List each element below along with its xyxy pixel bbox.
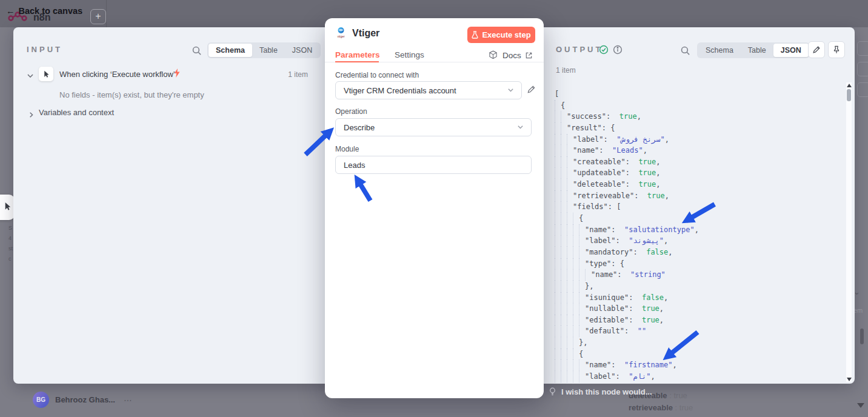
vtiger-icon-text: vtiger	[337, 35, 345, 38]
wish-node-bar[interactable]: I wish this node would...	[549, 387, 652, 396]
json-line: "type": {	[555, 258, 846, 270]
input-tab-schema[interactable]: Schema	[209, 44, 252, 57]
input-view-tabs: Schema Table JSON	[207, 42, 321, 58]
json-line: {	[555, 213, 846, 224]
json-line: "label": "نام",	[555, 371, 846, 382]
json-line: "fields": [	[555, 201, 846, 213]
credential-label: Credential to connect with	[335, 71, 419, 79]
json-line: {	[555, 100, 846, 112]
json-line: "nullable": true,	[555, 303, 846, 315]
module-input[interactable]: Leads	[335, 156, 532, 174]
input-empty-message: No fields - item(s) exist, but they're e…	[59, 90, 204, 99]
json-line: "isunique": false,	[555, 292, 846, 304]
operation-label: Operation	[335, 107, 367, 116]
chevron-right-icon[interactable]	[28, 110, 35, 121]
json-line: [	[555, 88, 846, 100]
json-line: "editable": true,	[555, 315, 846, 326]
pin-output-button[interactable]	[828, 41, 845, 58]
back-arrow-icon: ←	[6, 6, 15, 16]
back-to-canvas-label: Back to canvas	[19, 6, 83, 16]
new-tab-button[interactable]: +	[90, 9, 106, 24]
chevron-down-icon	[517, 122, 524, 133]
schema-row-value: true	[679, 403, 693, 412]
operation-select[interactable]: Describe	[335, 118, 532, 136]
output-scrollbar[interactable]	[846, 82, 852, 382]
success-check-icon	[599, 45, 609, 57]
operation-value: Describe	[344, 123, 375, 132]
input-item-count: 1 item	[247, 70, 308, 79]
wish-node-label: I wish this node would...	[561, 387, 652, 396]
json-line: "success": true,	[555, 111, 846, 122]
user-chip[interactable]: BG Behrooz Ghas... ⋯	[33, 392, 133, 408]
credential-select[interactable]: Vtiger CRM Credentials account	[335, 81, 522, 99]
pin-icon	[832, 45, 841, 54]
tab-parameters[interactable]: Parameters	[335, 50, 380, 59]
user-menu-dots[interactable]: ⋯	[124, 395, 133, 405]
output-item-count: 1 item	[556, 66, 576, 75]
input-panel-title: INPUT	[27, 45, 62, 54]
docs-link[interactable]: Docs	[502, 51, 521, 60]
background-trigger-node	[0, 195, 15, 220]
json-line: "name": "Leads",	[555, 145, 846, 156]
input-tab-json[interactable]: JSON	[285, 44, 319, 57]
json-line: "mandatory": false,	[555, 247, 846, 258]
back-to-canvas-button[interactable]: ←Back to canvas	[6, 6, 82, 16]
flask-icon	[472, 31, 478, 39]
chevron-down-icon[interactable]	[27, 71, 34, 82]
background-button	[857, 41, 868, 56]
package-icon	[489, 50, 498, 62]
schema-row-sep: :	[667, 391, 674, 400]
execute-step-button[interactable]: Execute step	[467, 27, 535, 43]
manual-trigger-node-icon[interactable]	[39, 67, 53, 81]
background-schema-row: retrieveable : true	[629, 403, 693, 412]
tab-divider	[106, 0, 107, 27]
scroll-up-icon[interactable]	[847, 84, 852, 87]
background-node-text: S 4 st c	[8, 223, 13, 264]
json-line: "name": "salutationtype",	[555, 224, 846, 236]
json-line: },	[555, 337, 846, 349]
external-link-icon[interactable]	[525, 51, 533, 62]
json-line: "retrieveable": true,	[555, 190, 846, 202]
avatar[interactable]: BG	[33, 392, 49, 408]
json-line: "result": {	[555, 122, 846, 134]
search-icon[interactable]	[680, 45, 690, 58]
json-line: "label": "سرنخ فروش",	[555, 134, 846, 145]
output-view-tabs: Schema Table JSON	[697, 42, 810, 58]
pencil-icon	[812, 45, 821, 54]
module-label: Module	[335, 145, 359, 153]
search-icon[interactable]	[192, 45, 202, 58]
info-icon[interactable]	[613, 45, 623, 57]
json-code: [{"success": true,"result": {"label": "س…	[555, 88, 846, 384]
lightning-icon	[173, 68, 181, 80]
background-item-fragment: em	[853, 307, 863, 314]
json-line: {	[555, 349, 846, 360]
vtiger-node-icon: vtiger	[335, 27, 347, 42]
output-tab-table[interactable]: Table	[741, 44, 773, 57]
variables-and-context-item[interactable]: Variables and context	[39, 108, 114, 117]
edit-credential-icon[interactable]	[527, 85, 536, 96]
edit-output-button[interactable]	[808, 41, 825, 58]
background-scroll-down-icon	[857, 403, 864, 408]
input-tab-table[interactable]: Table	[252, 44, 285, 57]
credential-value: Vtiger CRM Credentials account	[344, 86, 456, 95]
background-scroll-thumb	[860, 329, 864, 344]
scroll-down-icon[interactable]	[847, 378, 852, 381]
user-name: Behrooz Ghas...	[55, 395, 115, 404]
json-line: "createable": true,	[555, 156, 846, 168]
module-value: Leads	[344, 161, 365, 170]
schema-row-value: true	[673, 391, 687, 400]
schema-row-key: retrieveable	[629, 403, 673, 412]
json-line: "name": "firstname",	[555, 359, 846, 371]
output-tab-json[interactable]: JSON	[773, 44, 809, 57]
trigger-node-label[interactable]: When clicking ‘Execute workflow’	[59, 70, 175, 79]
json-line: },	[555, 281, 846, 292]
tab-settings[interactable]: Settings	[395, 50, 424, 59]
json-line: "label": "پیشوند",	[555, 235, 846, 247]
output-scroll-thumb[interactable]	[847, 89, 851, 101]
node-title: Vtiger	[352, 28, 379, 39]
output-panel-title: OUTPUT	[556, 45, 603, 54]
output-tab-schema[interactable]: Schema	[698, 44, 741, 57]
background-button	[857, 82, 868, 97]
json-line: "updateable": true,	[555, 167, 846, 179]
schema-row-sep: :	[673, 403, 679, 412]
